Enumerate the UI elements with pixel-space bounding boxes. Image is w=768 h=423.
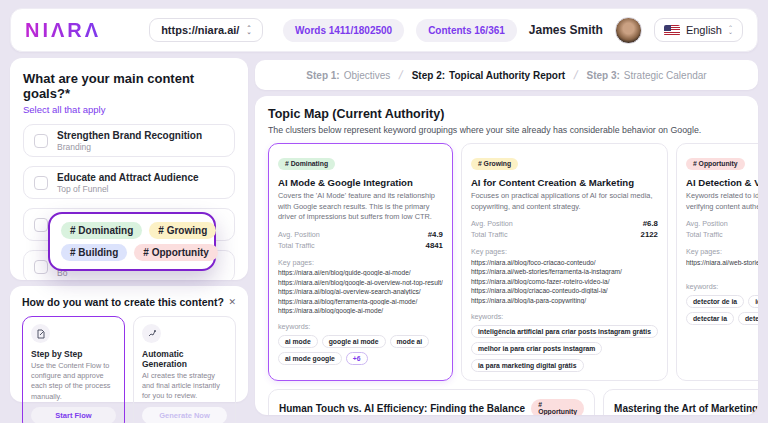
goal-option-brand-recognition[interactable]: Strengthen Brand Recognition Branding xyxy=(23,124,235,157)
site-url-value: https://niara.ai/ xyxy=(161,24,239,36)
avg-position-label: Avg. Position xyxy=(686,219,728,228)
niara-logo: NIΛRΛ xyxy=(25,19,101,42)
tag-building[interactable]: # Building xyxy=(61,244,127,261)
key-page-link[interactable]: https://niara.ai/blog/foco-criacao-conte… xyxy=(471,259,658,266)
cluster-badge: # Growing xyxy=(471,158,518,170)
required-mark: * xyxy=(65,86,70,101)
words-quota-badge: Words 1411/1802500 xyxy=(283,19,404,42)
step-3-strategic-calendar[interactable]: Step 3: Strategic Calendar xyxy=(587,70,707,81)
key-page-link[interactable]: https://niara.ai/blog/google-ai-mode/ xyxy=(278,307,443,314)
key-pages-label: Key pages: xyxy=(278,258,443,267)
option-title: Step by Step xyxy=(31,349,116,359)
option-step-by-step[interactable]: Step by Step Use the Content Flow to con… xyxy=(22,316,125,423)
keyword-chip: melhor ia para criar posts instagram xyxy=(471,342,602,355)
keywords-more-button[interactable]: +6 xyxy=(346,352,368,365)
chevron-updown-icon: ⌃⌄ xyxy=(728,26,733,34)
goals-subtitle: Select all that apply xyxy=(23,104,235,115)
avg-position-label: Avg. Position xyxy=(471,219,513,228)
generate-now-button[interactable]: Generate Now xyxy=(142,407,227,423)
cluster-description: Focuses on practical applications of AI … xyxy=(471,191,658,212)
keyword-chip: detectar ia xyxy=(686,312,734,325)
tag-growing[interactable]: # Growing xyxy=(149,222,216,239)
checkbox-icon[interactable] xyxy=(34,260,48,274)
topic-map-title: Topic Map (Current Authority) xyxy=(268,107,745,121)
step-separator: / xyxy=(398,68,404,82)
key-page-link[interactable]: https://niara.ai/blog/como-fazer-roteiro… xyxy=(471,278,658,285)
keyword-chip: inteligência artificial para criar posts… xyxy=(471,325,658,338)
key-page-link[interactable]: https://niara.ai/en/blog/guide-google-ai… xyxy=(278,269,443,276)
goal-sublabel: Top of Funnel xyxy=(57,184,199,194)
step-1-objectives[interactable]: Step 1: Objectives xyxy=(306,70,390,81)
key-page-link[interactable]: https://niara.ai/blog/ai-overview-search… xyxy=(278,288,443,295)
cluster-card-ai-detection[interactable]: # Opportunity AI Detection & Verificatio… xyxy=(676,143,758,381)
option-description: Use the Content Flow to configure and ap… xyxy=(31,361,116,402)
cluster-badge: # Dominating xyxy=(278,158,335,170)
key-page-link[interactable]: https://niara.ai/blog/criacao-conteudo-d… xyxy=(471,287,658,294)
keywords-label: keywords: xyxy=(686,282,758,291)
app-window: NIΛRΛ https://niara.ai/ ⌃⌄ Words 1411/18… xyxy=(0,0,768,423)
total-traffic-label: Total Traffic xyxy=(686,230,723,239)
start-flow-button[interactable]: Start Flow xyxy=(31,407,116,423)
us-flag-icon xyxy=(664,25,680,36)
key-page-link[interactable]: https://niara.ai/web-stories/ferramenta-… xyxy=(471,268,658,275)
topic-map-panel: Topic Map (Current Authority) The cluste… xyxy=(255,96,758,415)
key-pages-label: Key pages: xyxy=(686,247,758,256)
article-badge: # Opportunity xyxy=(531,399,584,415)
user-avatar[interactable] xyxy=(615,17,642,44)
total-traffic-value: 4841 xyxy=(426,241,443,250)
avg-position-value: #4.9 xyxy=(428,230,443,239)
tag-opportunity[interactable]: # Opportunity xyxy=(134,244,218,261)
chevron-updown-icon: ⌃⌄ xyxy=(246,26,251,34)
checkbox-icon[interactable] xyxy=(34,218,48,232)
create-content-panel: How do you want to create this content? … xyxy=(10,286,248,402)
article-title: Human Touch vs. AI Efficiency: Finding t… xyxy=(279,403,525,414)
cluster-card-ai-mode[interactable]: # Dominating AI Mode & Google Integratio… xyxy=(268,143,453,381)
topic-map-subtitle: The clusters below represent keyword gro… xyxy=(268,125,745,135)
goals-title: What are your main content goals?* xyxy=(23,71,235,101)
total-traffic-value: 2122 xyxy=(641,230,658,239)
option-title: Automatic Generation xyxy=(142,349,227,369)
cluster-description: Keywords related to identifying AI-gener… xyxy=(686,191,758,212)
avg-position-value: #6.8 xyxy=(643,219,658,228)
key-page-link[interactable]: https://niara.ai/blog/ia-para-copywritin… xyxy=(471,297,658,304)
language-select[interactable]: English ⌃⌄ xyxy=(654,18,743,42)
checkbox-icon[interactable] xyxy=(34,176,48,190)
article-title: Mastering the Art of Marketing Prompts xyxy=(614,403,758,414)
tag-dominating[interactable]: # Dominating xyxy=(61,222,142,239)
keyword-chip: ai mode xyxy=(278,335,318,348)
cluster-tag-legend-popup: # Dominating # Growing # Building # Oppo… xyxy=(48,212,216,271)
keyword-chip: ai mode google xyxy=(278,352,342,365)
key-pages-label: Key pages: xyxy=(471,247,658,256)
keyword-chip: detector de ia gratuito xyxy=(738,312,758,325)
keyword-chip: detector de ia xyxy=(686,295,744,308)
cluster-description: Covers the 'AI Mode' feature and its rel… xyxy=(278,191,443,223)
create-panel-title: How do you want to create this content? xyxy=(22,296,224,308)
keywords-label: keywords: xyxy=(471,312,658,321)
step-2-topical-authority-report[interactable]: Step 2: Topical Authority Report xyxy=(412,70,565,81)
language-label: English xyxy=(686,24,722,36)
cluster-badge: # Opportunity xyxy=(686,158,745,170)
site-url-select[interactable]: https://niara.ai/ ⌃⌄ xyxy=(149,18,263,42)
sparkle-flow-icon xyxy=(142,324,161,343)
goal-sublabel: Branding xyxy=(57,142,202,152)
avg-position-label: Avg. Position xyxy=(278,230,320,239)
document-pen-icon xyxy=(31,324,50,343)
goal-option-educate-attract[interactable]: Educate and Attract Audience Top of Funn… xyxy=(23,166,235,199)
contents-quota-badge: Contents 16/361 xyxy=(416,19,517,42)
article-card-marketing-prompts[interactable]: Mastering the Art of Marketing Prompts #… xyxy=(603,389,758,415)
wizard-stepper: Step 1: Objectives / Step 2: Topical Aut… xyxy=(255,60,758,90)
goal-label: Strengthen Brand Recognition xyxy=(57,130,202,142)
top-bar: NIΛRΛ https://niara.ai/ ⌃⌄ Words 1411/18… xyxy=(10,8,758,52)
key-page-link[interactable]: https://niara.ai/en/blog/google-ai-overv… xyxy=(278,279,443,286)
key-page-link[interactable]: https://niara.ai/web-stories/ferramenta-… xyxy=(686,259,758,266)
cluster-title: AI for Content Creation & Marketing xyxy=(471,177,658,188)
option-automatic-generation[interactable]: Automatic Generation AI creates the stra… xyxy=(133,316,236,423)
key-page-link[interactable]: https://niara.ai/blog/ferramenta-google-… xyxy=(278,298,443,305)
keyword-chip: mode ai xyxy=(390,335,430,348)
cluster-card-content-creation[interactable]: # Growing AI for Content Creation & Mark… xyxy=(461,143,668,381)
close-icon[interactable]: ✕ xyxy=(228,297,236,307)
keyword-chip: google ai mode xyxy=(322,335,386,348)
cluster-title: AI Detection & Verification xyxy=(686,177,758,188)
checkbox-icon[interactable] xyxy=(34,134,48,148)
article-card-human-touch[interactable]: Human Touch vs. AI Efficiency: Finding t… xyxy=(268,389,595,415)
